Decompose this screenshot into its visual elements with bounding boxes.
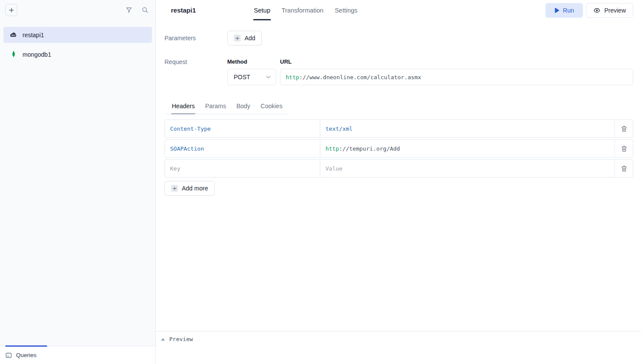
header-key-field[interactable]: SOAPAction: [165, 140, 320, 157]
tab-queries[interactable]: Queries: [5, 352, 36, 359]
tab-setup[interactable]: Setup: [253, 0, 271, 20]
header-value-field: [320, 160, 615, 177]
request-subtabs: Headers Params Body Cookies: [164, 100, 288, 114]
header-key-text: SOAPAction: [170, 145, 204, 152]
sidebar-bottom-bar: Queries: [0, 346, 155, 364]
header-key-field: [165, 160, 320, 177]
url-rest: ://www.dneonline.com/calculator.asmx: [299, 74, 421, 81]
header-key-input[interactable]: [170, 165, 315, 172]
main-panel: restapi1 Setup Transformation Settings R…: [156, 0, 641, 364]
parameters-row: Parameters Add: [164, 31, 633, 45]
main-header: restapi1 Setup Transformation Settings R…: [156, 0, 641, 20]
app-root: REST restapi1 mongodb1 Queries: [0, 0, 641, 364]
method-label: Method: [227, 58, 276, 65]
run-button-label: Run: [563, 7, 574, 14]
query-list: REST restapi1 mongodb1: [0, 20, 155, 346]
headers-table: Content-Type text/xml SOAPAction: [164, 119, 633, 177]
header-value-input[interactable]: [325, 165, 609, 172]
svg-text:REST: REST: [11, 35, 16, 36]
chevron-down-icon: [265, 74, 272, 81]
tab-transformation[interactable]: Transformation: [280, 0, 324, 20]
delete-row-button[interactable]: [615, 120, 633, 137]
add-parameter-label: Add: [245, 35, 255, 42]
play-icon: [554, 8, 559, 13]
header-value-scheme: http: [325, 145, 339, 152]
table-row: [164, 159, 633, 177]
filter-button[interactable]: [126, 6, 132, 13]
triangle-up-icon: [161, 338, 165, 341]
sidebar-item-label: mongodb1: [23, 51, 51, 58]
active-tab-indicator: [5, 345, 47, 347]
run-button[interactable]: Run: [545, 3, 583, 18]
search-button[interactable]: [142, 6, 148, 13]
trash-icon: [621, 145, 627, 152]
method-group: Method POST: [227, 58, 276, 85]
sidebar-toolbar: [0, 0, 155, 20]
parameters-label: Parameters: [164, 35, 227, 42]
plus-icon: [9, 7, 14, 13]
plus-icon: [234, 35, 241, 42]
request-label: Request: [164, 58, 227, 65]
magnifier-icon: [142, 6, 148, 13]
url-label: URL: [280, 58, 633, 65]
main-tabs: Setup Transformation Settings: [253, 0, 358, 20]
preview-button-label: Preview: [604, 7, 626, 14]
table-row: SOAPAction http://tempuri.org/Add: [164, 139, 633, 158]
url-group: URL http://www.dneonline.com/calculator.…: [280, 58, 633, 85]
page-title: restapi1: [171, 6, 196, 14]
header-value-rest: ://tempuri.org/Add: [339, 145, 400, 152]
method-value: POST: [234, 74, 250, 81]
plus-icon: [171, 185, 178, 192]
rest-cloud-icon: REST: [10, 32, 17, 38]
method-select[interactable]: POST: [227, 69, 276, 85]
setup-panel: Parameters Add Request Method POST: [156, 20, 641, 331]
add-more-row: Add more: [164, 181, 633, 196]
trash-icon: [621, 165, 627, 172]
url-scheme: http: [286, 74, 299, 81]
add-more-label: Add more: [182, 185, 208, 192]
queries-icon: [5, 352, 12, 359]
preview-button[interactable]: Preview: [586, 3, 633, 18]
subtab-headers[interactable]: Headers: [171, 100, 195, 114]
response-preview-bar: Preview: [156, 331, 641, 364]
header-key-text: Content-Type: [170, 126, 211, 132]
sidebar-item-mongodb1[interactable]: mongodb1: [3, 46, 152, 62]
request-row: Request Method POST URL: [164, 58, 633, 85]
url-input[interactable]: http://www.dneonline.com/calculator.asmx: [280, 69, 633, 85]
header-value-field[interactable]: http://tempuri.org/Add: [320, 140, 615, 157]
tab-settings[interactable]: Settings: [334, 0, 358, 20]
header-key-field[interactable]: Content-Type: [165, 120, 320, 137]
eye-icon: [593, 7, 600, 14]
header-value-text: text/xml: [325, 126, 353, 132]
request-controls: Method POST URL http://www.dneonline.com…: [227, 58, 633, 85]
funnel-icon: [126, 6, 132, 13]
trash-icon: [621, 126, 627, 132]
add-parameter-button[interactable]: Add: [227, 31, 262, 45]
add-query-button[interactable]: [5, 4, 17, 16]
subtab-params[interactable]: Params: [205, 100, 226, 114]
delete-row-button[interactable]: [615, 160, 633, 177]
subtab-body[interactable]: Body: [236, 100, 251, 114]
tab-queries-label: Queries: [16, 352, 36, 358]
sidebar-toolbar-icons: [126, 6, 148, 13]
header-actions: Run Preview: [545, 3, 633, 18]
mongodb-leaf-icon: [10, 51, 17, 58]
sidebar-item-restapi1[interactable]: REST restapi1: [3, 27, 152, 43]
sidebar-item-label: restapi1: [23, 32, 44, 39]
sidebar: REST restapi1 mongodb1 Queries: [0, 0, 156, 364]
add-more-button[interactable]: Add more: [164, 181, 215, 196]
preview-bar-label: Preview: [169, 336, 193, 342]
preview-toggle[interactable]: Preview: [161, 335, 193, 343]
table-row: Content-Type text/xml: [164, 119, 633, 138]
header-value-field[interactable]: text/xml: [320, 120, 615, 137]
delete-row-button[interactable]: [615, 140, 633, 157]
subtab-cookies[interactable]: Cookies: [260, 100, 283, 114]
